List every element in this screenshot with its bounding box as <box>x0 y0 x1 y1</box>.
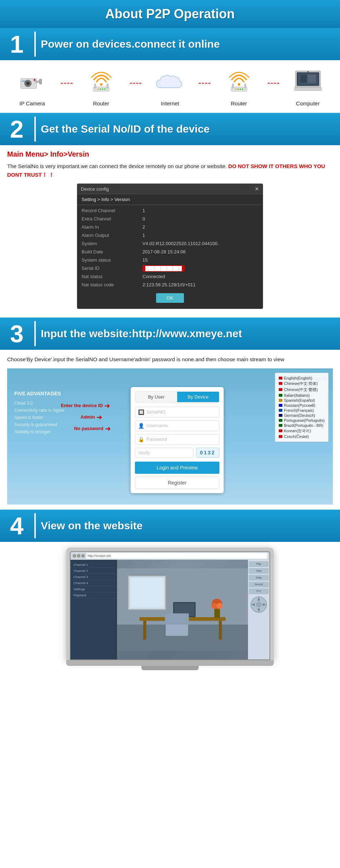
lang-czech[interactable]: Czech(České) <box>279 434 325 439</box>
verify-input[interactable]: Verify <box>135 448 193 458</box>
url-text: http://xmeye.net <box>88 554 111 558</box>
camera-view <box>117 560 248 659</box>
login-preview-button[interactable]: Login and Preview <box>135 462 219 474</box>
tab-by-device[interactable]: By Device <box>177 392 219 402</box>
serial-field[interactable]: 🔲 SerialNO. <box>135 407 219 418</box>
svg-rect-10 <box>94 84 96 88</box>
dialog-titlebar: Device config ✕ <box>77 184 263 194</box>
sidebar-channel1[interactable]: Channel 1 <box>72 562 116 568</box>
password-field[interactable]: 🔒 Password <box>135 434 219 445</box>
lang-french[interactable]: French(Français) <box>279 408 325 412</box>
dialog-ok-button[interactable]: OK <box>156 293 184 303</box>
router2-icon <box>225 68 253 97</box>
field-value: 1 <box>138 206 263 215</box>
lang-german[interactable]: German(Deutsch) <box>279 413 325 418</box>
address-bar[interactable]: http://xmeye.net <box>86 553 267 559</box>
device-computer: Computer <box>279 67 336 106</box>
lang-label-cn-t: Chinese(中文·繁體) <box>284 387 318 392</box>
svg-point-8 <box>100 83 102 86</box>
sidebar-channel4[interactable]: Channel 4 <box>72 580 116 586</box>
sidebar-playback[interactable]: Playback <box>72 592 116 598</box>
control-ptz[interactable]: PTZ <box>249 588 269 594</box>
device-ip-camera: smar IP Camera <box>4 67 61 106</box>
sidebar-channel2[interactable]: Channel 2 <box>72 568 116 574</box>
svg-point-53 <box>256 602 262 607</box>
ptz-control[interactable] <box>250 596 268 614</box>
nav-refresh[interactable] <box>81 554 85 558</box>
password-placeholder: Password <box>146 437 167 442</box>
annotation-admin-text: Admin <box>81 414 95 420</box>
lang-flag-pt <box>279 419 282 422</box>
dialog-info-table: Record Channel1 Extra Channel0 Alarm In2… <box>77 206 263 289</box>
step2-description: The SerialNo is very important.we can co… <box>7 162 333 179</box>
step3-banner: 3 Input the website:http://www.xmeye.net <box>0 318 340 350</box>
router1-label: Router <box>93 100 109 106</box>
lang-chinese-traditional[interactable]: Chinese(中文·繁體) <box>279 387 325 392</box>
camera-icon-area: smar <box>18 67 47 99</box>
username-placeholder: Username <box>146 423 168 428</box>
xmeye-left-panel: FIVE ADVANTAGES Cloud 3.0 Connectivity r… <box>11 387 76 440</box>
lang-flag-english <box>279 377 282 380</box>
field-label: System status <box>77 256 138 264</box>
lang-portuguese[interactable]: Portuguese(Português) <box>279 418 325 423</box>
control-snap[interactable]: Snap <box>249 575 269 581</box>
step4-divider <box>34 513 36 538</box>
field-value: 1 <box>138 231 263 239</box>
lang-english[interactable]: English(English) <box>279 376 325 380</box>
lang-italian[interactable]: Italian(Italiano) <box>279 393 325 397</box>
svg-point-23 <box>242 89 243 90</box>
advantages-title: FIVE ADVANTAGES <box>14 391 73 396</box>
router2-icon-area <box>225 67 253 99</box>
svg-rect-29 <box>294 87 321 90</box>
sidebar-channel3[interactable]: Channel 3 <box>72 574 116 580</box>
dialog-close-btn[interactable]: ✕ <box>255 186 259 192</box>
router2-label: Router <box>231 100 247 106</box>
svg-rect-28 <box>307 75 316 83</box>
svg-point-41 <box>212 603 218 609</box>
main-menu-path: Main Menu> Info>Versin <box>7 150 333 158</box>
nav-forward[interactable] <box>77 554 81 558</box>
step3-description: Choose'By Device'.input the SerialNO and… <box>7 355 333 364</box>
svg-rect-11 <box>107 84 108 88</box>
camera-label: IP Camera <box>19 100 45 106</box>
annotation-no-password: No password ➜ <box>74 424 112 433</box>
lang-label-cn-s: Chinese(中文·简体) <box>284 381 318 386</box>
control-play[interactable]: Play <box>249 561 269 567</box>
register-button[interactable]: Register <box>135 477 219 489</box>
annotation-enter-device: Enter the device ID ➜ <box>61 401 112 410</box>
table-row: Extra Channel0 <box>77 215 263 223</box>
computer-icon-area <box>293 67 323 99</box>
step1-divider <box>34 32 36 57</box>
control-record[interactable]: Record <box>249 582 269 587</box>
username-field[interactable]: 👤 Username <box>135 420 219 431</box>
control-stop[interactable]: Stop <box>249 568 269 574</box>
lang-label-cs: Czech(České) <box>284 434 309 439</box>
advantage-security: Security is guaranteed <box>14 422 73 427</box>
page-header: About P2P Operation <box>0 0 340 28</box>
table-row: Nat statusConnected <box>77 272 263 281</box>
field-label: Record Channel <box>77 206 138 215</box>
camera-icon: smar <box>18 72 47 94</box>
room-scene-svg <box>117 560 248 659</box>
laptop-mockup: http://xmeye.net Channel 1 Channel 2 Cha… <box>66 548 274 660</box>
svg-point-3 <box>27 82 29 84</box>
sidebar-settings[interactable]: Settings <box>72 586 116 592</box>
field-value: 2 <box>138 223 263 231</box>
cloud-icon-area <box>154 67 186 99</box>
lang-korean[interactable]: Korean(한국어) <box>279 428 325 434</box>
svg-point-16 <box>238 83 240 86</box>
lang-flag-es <box>279 399 282 402</box>
lang-label-ko: Korean(한국어) <box>284 428 311 434</box>
arrow-enter-device: ➜ <box>104 401 110 410</box>
step4-content: http://xmeye.net Channel 1 Channel 2 Cha… <box>0 542 340 676</box>
tab-by-user[interactable]: By User <box>135 392 177 402</box>
lang-chinese-simplified[interactable]: Chinese(中文·简体) <box>279 381 325 386</box>
xmeye-interface: FIVE ADVANTAGES Cloud 3.0 Connectivity r… <box>7 368 333 505</box>
lang-russian[interactable]: Russian(Русский) <box>279 403 325 407</box>
advantage-stability: Stability is stronger <box>14 429 73 434</box>
lang-spanish[interactable]: Spanish(Español) <box>279 398 325 402</box>
lang-portuguese-br[interactable]: Brazil(Português - BR) <box>279 423 325 428</box>
step2-number: 2 <box>4 117 29 141</box>
nav-back[interactable] <box>73 554 76 558</box>
cloud-icon <box>154 70 186 95</box>
